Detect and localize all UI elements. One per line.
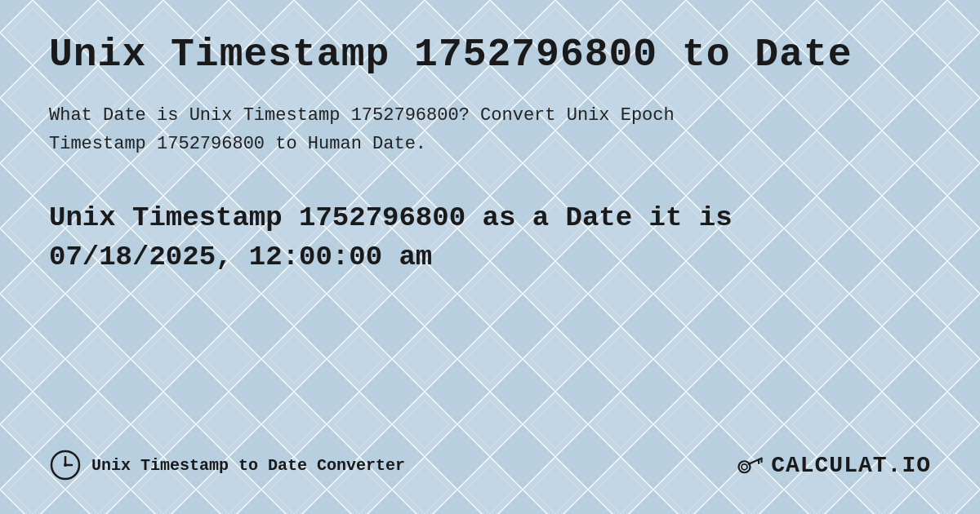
description-text: What Date is Unix Timestamp 1752796800? … [49,101,931,158]
clock-icon [49,449,82,481]
logo-icon [736,451,764,480]
svg-point-10 [739,461,751,472]
result-text: Unix Timestamp 1752796800 as a Date it i… [49,199,931,277]
footer: Unix Timestamp to Date Converter CALCULA… [49,432,931,481]
footer-left: Unix Timestamp to Date Converter [49,449,405,481]
svg-point-11 [742,463,747,469]
logo-area: CALCULAT.IO [736,451,931,480]
footer-label: Unix Timestamp to Date Converter [91,456,405,475]
svg-line-12 [749,458,762,463]
svg-point-9 [64,463,67,467]
logo-text: CALCULAT.IO [771,453,931,478]
result-section: Unix Timestamp 1752796800 as a Date it i… [49,199,931,277]
page-title: Unix Timestamp 1752796800 to Date [49,33,931,77]
